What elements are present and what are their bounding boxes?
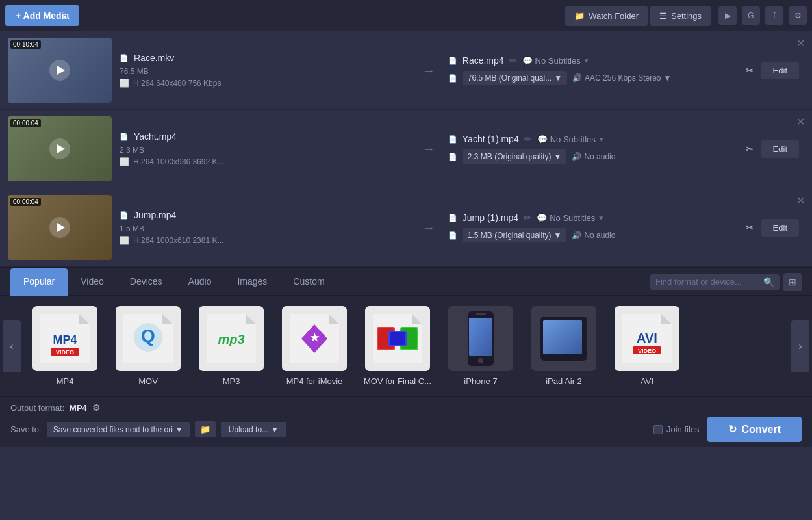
tab-video[interactable]: Video	[68, 268, 117, 296]
video-meta: H.264 1000x610 2381 K...	[133, 236, 223, 245]
edit-filename-icon[interactable]: ✏	[524, 213, 531, 223]
svg-text:AVI: AVI	[637, 331, 657, 345]
tab-devices[interactable]: Devices	[117, 268, 175, 296]
format-label: MOV for Final C...	[364, 376, 431, 386]
screen-icon: ⬜	[120, 236, 129, 245]
carousel-prev-button[interactable]: ‹	[3, 320, 21, 372]
join-files-checkbox[interactable]	[653, 425, 663, 434]
video-thumbnail[interactable]: 00:10:04	[8, 38, 112, 103]
svg-text:VIDEO: VIDEO	[56, 349, 74, 356]
edit-filename-icon[interactable]: ✏	[524, 134, 532, 144]
list-item[interactable]: MP4 VIDEO MP4	[26, 306, 104, 386]
quality-label: 1.5 MB (Original quality)	[468, 231, 552, 240]
view-toggle-button[interactable]: ⊞	[783, 273, 802, 291]
format-search-input[interactable]	[655, 277, 759, 287]
output-filename: Yacht (1).mp4	[463, 134, 519, 144]
output-filename: Jump (1).mp4	[463, 213, 518, 223]
svg-text:Q: Q	[141, 326, 155, 346]
action-group: ✂ Edit	[746, 140, 804, 158]
format-settings-button[interactable]: ⚙	[92, 402, 101, 413]
play-button[interactable]	[49, 60, 70, 81]
tab-popular[interactable]: Popular	[10, 268, 68, 296]
file-icon: 📄	[120, 133, 129, 141]
source-filename: Jump.mp4	[134, 210, 176, 220]
list-item[interactable]: Q MOV	[109, 306, 187, 386]
file-icon: 📄	[120, 211, 129, 220]
quality-dropdown-icon: ▼	[554, 152, 562, 161]
remove-file-button[interactable]: ✕	[794, 115, 807, 128]
tab-audio[interactable]: Audio	[175, 268, 225, 296]
carousel-next-button[interactable]: ›	[791, 320, 809, 372]
browse-folder-button[interactable]: 📁	[195, 421, 216, 437]
list-item[interactable]: iPad Air 2	[525, 306, 603, 386]
quality-button[interactable]: 2.3 MB (Original quality) ▼	[463, 150, 567, 164]
output-format-row: Output format: MP4 ⚙	[10, 402, 802, 413]
subtitle-label: No Subtitles	[535, 56, 581, 66]
menu-icon: ☰	[659, 11, 667, 21]
list-item[interactable]: ★ MP4 for iMovie	[275, 306, 353, 386]
list-item[interactable]: MOV for Final C...	[359, 306, 437, 386]
screen-icon: ⬜	[120, 157, 129, 166]
upload-dropdown-icon: ▼	[271, 425, 279, 434]
audio-button[interactable]: 🔊 No audio	[572, 231, 615, 240]
table-row: 00:00:04 📄 Yacht.mp4 2.3 MB ⬜ H.264 1000…	[0, 110, 812, 188]
save-path-row: Save to: Save converted files next to th…	[10, 417, 802, 442]
video-thumbnail[interactable]: 00:00:04	[8, 116, 112, 181]
speaker-icon: 🔊	[572, 152, 581, 161]
subtitle-button[interactable]: 💬 No Subtitles ▼	[537, 135, 605, 144]
list-item[interactable]: AVI VIDEO AVI	[608, 306, 686, 386]
list-item[interactable]: mp3 MP3	[192, 306, 270, 386]
subtitle-button[interactable]: 💬 No Subtitles ▼	[522, 56, 590, 66]
format-tabs: Popular Video Devices Audio Images Custo…	[0, 268, 812, 296]
quality-dropdown-icon: ▼	[554, 231, 562, 240]
play-button[interactable]	[49, 138, 70, 159]
upload-button[interactable]: Upload to... ▼	[221, 422, 286, 437]
edit-button[interactable]: Edit	[761, 219, 799, 237]
gplus-icon[interactable]: G	[742, 6, 760, 25]
remove-file-button[interactable]: ✕	[794, 36, 807, 49]
convert-button[interactable]: ↻ Convert	[707, 417, 802, 442]
audio-button[interactable]: 🔊 AAC 256 Kbps Stereo ▼	[572, 73, 671, 83]
edit-filename-icon[interactable]: ✏	[509, 55, 517, 66]
remove-file-button[interactable]: ✕	[794, 194, 807, 207]
svg-text:MP4: MP4	[53, 333, 77, 346]
scissors-icon[interactable]: ✂	[746, 222, 754, 233]
scissors-icon[interactable]: ✂	[746, 65, 754, 75]
save-path-text: Save converted files next to the ori	[53, 425, 173, 434]
bottom-bar: Output format: MP4 ⚙ Save to: Save conve…	[0, 396, 812, 447]
join-files-option[interactable]: Join files	[653, 424, 700, 434]
format-label: MP3	[223, 376, 240, 386]
tab-images[interactable]: Images	[224, 268, 280, 296]
subtitle-chat-icon: 💬	[537, 135, 548, 144]
format-icon-avi: AVI VIDEO	[615, 306, 679, 371]
subtitle-chat-icon: 💬	[537, 213, 547, 223]
quality-button[interactable]: 76.5 MB (Original qual... ▼	[463, 71, 567, 85]
subtitle-label: No Subtitles	[550, 213, 595, 223]
play-button[interactable]	[49, 217, 70, 238]
facebook-icon[interactable]: f	[765, 6, 783, 25]
file-icon: 📄	[120, 54, 129, 62]
audio-button[interactable]: 🔊 No audio	[572, 152, 615, 161]
search-icon[interactable]: 🔍	[763, 277, 774, 287]
subtitle-chat-icon: 💬	[522, 56, 533, 66]
format-icon-ipadair2	[531, 306, 596, 371]
settings-gear-icon[interactable]: ⚙	[789, 6, 807, 25]
save-path-button[interactable]: Save converted files next to the ori ▼	[47, 422, 190, 437]
tab-custom[interactable]: Custom	[280, 268, 337, 296]
list-item[interactable]: iPhone 7	[442, 306, 520, 386]
edit-button[interactable]: Edit	[761, 62, 799, 79]
watch-folder-button[interactable]: 📁 Watch Folder	[565, 6, 648, 26]
camera-icon: 📁	[574, 11, 585, 21]
svg-text:★: ★	[310, 332, 320, 343]
subtitle-dropdown-icon: ▼	[583, 57, 590, 64]
add-media-button[interactable]: + Add Media	[5, 5, 79, 26]
settings-button[interactable]: ☰ Settings	[650, 6, 711, 26]
edit-button[interactable]: Edit	[761, 140, 799, 158]
scissors-icon[interactable]: ✂	[746, 144, 754, 154]
youtube-icon[interactable]: ▶	[718, 6, 737, 25]
video-thumbnail[interactable]: 00:00:04	[8, 195, 112, 260]
output-filename: Race.mp4	[463, 55, 504, 66]
subtitle-button[interactable]: 💬 No Subtitles ▼	[537, 213, 604, 223]
format-carousel-wrapper: ‹ MP4 VIDEO MP4	[0, 296, 812, 396]
quality-button[interactable]: 1.5 MB (Original quality) ▼	[463, 228, 567, 242]
